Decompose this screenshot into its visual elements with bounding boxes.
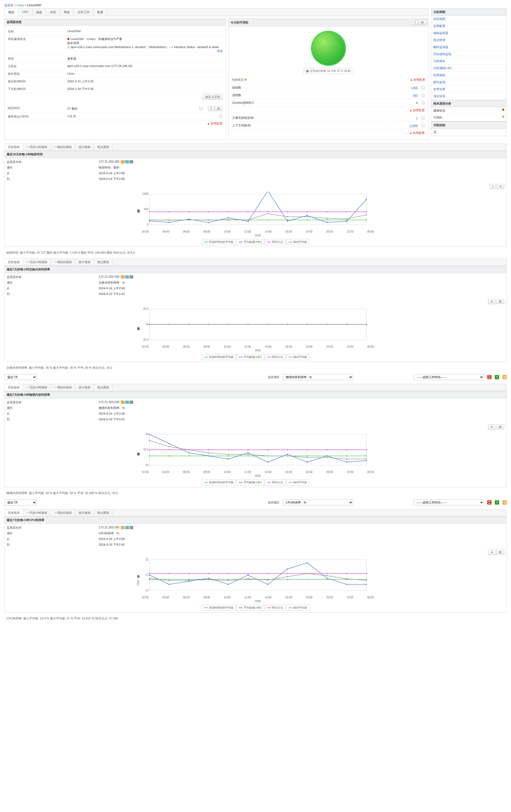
sidebar-item-alarmtpl[interactable]: 告警模板 [431, 72, 506, 79]
breadcrumb-monitors[interactable]: 监视器 [4, 3, 13, 7]
sidebar-item-edit[interactable]: 编辑监视器 [431, 30, 506, 37]
proc-value[interactable]: 392 [413, 94, 418, 97]
s3-del-button[interactable]: ✕ [488, 424, 495, 430]
rtab-hour-4[interactable]: 一天的小时报表 [23, 510, 51, 516]
svg-text:26.5: 26.5 [143, 308, 149, 310]
bookmark-icon[interactable] [121, 160, 125, 164]
export-icon[interactable] [125, 526, 129, 529]
rtab-history-1[interactable]: 历史报表 [5, 144, 23, 150]
rtab-stat-4[interactable]: 统计报表 [75, 510, 94, 516]
pgflt-value[interactable]: 1 [416, 116, 418, 120]
worktime-select-1[interactable]: ------选择工作时间------ [414, 374, 484, 380]
sidebar-item-url[interactable]: 关联/删除URL [431, 65, 506, 72]
s3-30-button[interactable]: 30 [496, 424, 504, 429]
sidebar-item-snapshot[interactable]: 快照视图 [431, 16, 506, 23]
rtab-day-3[interactable]: 一周的日报表 [51, 384, 75, 391]
alarm-config-link-2[interactable]: 告警配置 [413, 78, 425, 81]
bookmark-icon[interactable] [121, 401, 125, 404]
svg-text:33: 33 [145, 464, 149, 466]
sidebar-item-hardware[interactable]: 硬件监视 [431, 79, 506, 86]
s2-30-button[interactable]: 30 [496, 299, 504, 304]
export-icon[interactable] [125, 275, 129, 279]
alarm-config-link-3[interactable]: 告警配置 [413, 109, 425, 112]
ctx-value[interactable]: 11400 [409, 124, 418, 127]
threads-value[interactable]: 1456 [411, 86, 418, 89]
resp-30-button[interactable]: 30 [214, 106, 222, 111]
mail-icon[interactable] [502, 375, 507, 379]
sidebar-item-addproc[interactable]: 添加进程监视 [431, 51, 506, 58]
resp-chart-icon[interactable] [199, 107, 203, 110]
tab-cpu[interactable]: CPU [18, 9, 32, 16]
sidebar-item-pollnow[interactable]: 现在轮询 [431, 93, 506, 100]
s4-del-button[interactable]: ✕ [488, 550, 495, 555]
rtab-heat-2[interactable]: 热点图表 [94, 259, 113, 265]
svg-point-119 [188, 456, 190, 457]
rtab-stat-2[interactable]: 统计报表 [75, 259, 94, 265]
period-select-2[interactable]: 最近7天 [4, 499, 37, 505]
resp-label: 响应时间 [8, 106, 67, 111]
print-icon[interactable] [130, 526, 133, 529]
xls-icon[interactable] [495, 375, 499, 379]
zombie-chart-icon[interactable] [422, 101, 425, 104]
avail-7-button[interactable]: 7 [412, 20, 418, 25]
breadcrumb-linux[interactable]: Linux [17, 3, 24, 7]
sidebar-item-alarmset[interactable]: 告警设置 [431, 86, 506, 93]
attr-select-2[interactable]: CPU利用率 - % [283, 499, 353, 505]
tab-memory[interactable]: 内存 [46, 9, 60, 16]
tab-daily[interactable]: 日常工作 [74, 9, 93, 16]
export-icon[interactable] [125, 160, 129, 164]
s1-del-button[interactable]: ✕ [497, 184, 504, 189]
threads-chart-icon[interactable] [422, 86, 425, 89]
resp-7-button[interactable]: 7 [208, 106, 214, 111]
s2-del-button[interactable]: ✕ [488, 299, 495, 304]
avail-30-button[interactable]: 30 [418, 20, 426, 25]
uptime-chart-icon[interactable] [219, 115, 222, 118]
rtab-history-4[interactable]: 历史报表 [5, 510, 23, 516]
rtab-hour-1[interactable]: 一天的小时报表 [23, 144, 51, 150]
rtab-day-4[interactable]: 一周的日报表 [51, 510, 75, 516]
tab-config[interactable]: 配置 [93, 9, 107, 16]
sidebar-item-unmanage[interactable]: 取消管理 [431, 37, 506, 44]
sidebar-item-script[interactable]: 关联脚本 [431, 58, 506, 65]
export-icon[interactable] [125, 401, 129, 404]
svg-point-191 [287, 568, 288, 570]
bookmark-icon[interactable] [121, 526, 125, 529]
print-icon[interactable] [130, 275, 133, 279]
s1-7-button[interactable]: 7 [490, 184, 496, 189]
alarm-config-link-4[interactable]: 告警配置 [413, 131, 425, 135]
sidebar-item-alarmcfg[interactable]: 告警配置 [431, 23, 506, 30]
rtab-heat-4[interactable]: 热点图表 [94, 510, 113, 516]
rtab-day-1[interactable]: 一周的日报表 [51, 144, 75, 150]
custom-fields-button[interactable]: 自定义字段 [203, 94, 222, 100]
alarm-config-link-1[interactable]: 告警配置 [211, 122, 222, 125]
xls-icon[interactable] [495, 500, 499, 504]
svg-point-195 [366, 584, 367, 585]
worktime-select-2[interactable]: ------选择工作时间------ [414, 499, 484, 505]
print-icon[interactable] [130, 401, 133, 404]
rtab-stat-1[interactable]: 统计报表 [75, 144, 94, 150]
rtab-hour-3[interactable]: 一天的小时报表 [23, 384, 51, 391]
mail-icon[interactable] [502, 500, 507, 504]
rtab-heat-1[interactable]: 热点图表 [94, 144, 113, 150]
tab-overview[interactable]: 概览 [5, 9, 18, 16]
pdf-icon[interactable] [487, 375, 491, 379]
rtab-stat-3[interactable]: 统计报表 [75, 384, 94, 391]
bookmark-icon[interactable] [121, 275, 125, 279]
details-link[interactable]: 详情 [217, 50, 222, 53]
print-icon[interactable] [130, 160, 133, 164]
pgflt-chart-icon[interactable] [422, 116, 425, 119]
pdf-icon[interactable] [487, 500, 491, 504]
sidebar-item-delete[interactable]: 删除监视器 [431, 44, 506, 51]
tab-disk[interactable]: 磁盘 [32, 9, 46, 16]
proc-chart-icon[interactable] [422, 93, 425, 97]
rtab-history-3[interactable]: 历史报表 [5, 384, 23, 391]
rtab-day-2[interactable]: 一周的日报表 [51, 259, 75, 265]
tab-network[interactable]: 网络 [60, 9, 74, 16]
attr-select-1[interactable]: 物理内存利用率 - % [283, 374, 353, 380]
rtab-history-2[interactable]: 历史报表 [5, 259, 23, 265]
rtab-heat-3[interactable]: 热点图表 [94, 384, 113, 391]
s4-30-button[interactable]: 30 [496, 550, 504, 555]
rtab-hour-2[interactable]: 一天的小时报表 [23, 259, 51, 265]
ctx-chart-icon[interactable] [422, 124, 425, 127]
period-select-1[interactable]: 最近7天 [4, 374, 37, 380]
